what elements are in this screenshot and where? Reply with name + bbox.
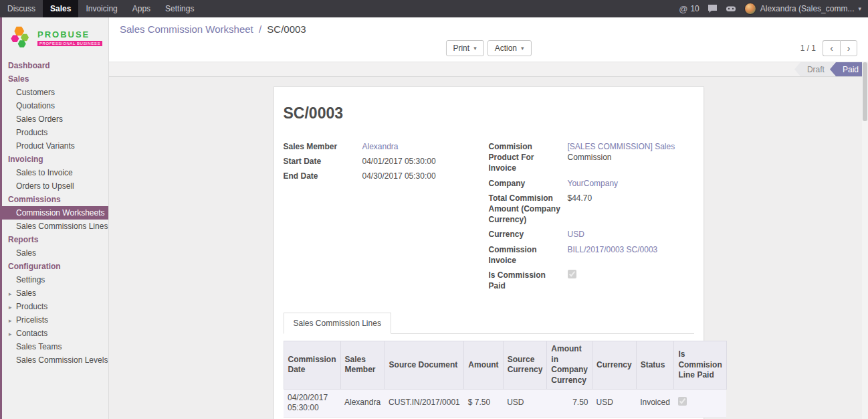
breadcrumb-current: SC/0003: [267, 23, 306, 35]
company-link[interactable]: YourCompany: [568, 179, 619, 188]
field-commission-invoice: Commission Invoice BILL/2017/0003 SC/000…: [489, 244, 689, 266]
start-date-value: 04/01/2017 05:30:00: [362, 156, 483, 167]
col-amount-company-currency[interactable]: Amount in Company Currency: [547, 341, 592, 389]
sidebar-item-customers[interactable]: Customers: [2, 86, 108, 99]
sidebar-heading-reports[interactable]: Reports: [2, 233, 108, 246]
sidebar-item-products[interactable]: Products: [2, 126, 108, 139]
breadcrumb-separator: /: [259, 23, 261, 35]
sidebar-item-sales-commissions-lines[interactable]: Sales Commissions Lines: [2, 220, 108, 233]
sidebar-item-sales-orders[interactable]: Sales Orders: [2, 112, 108, 126]
field-label: End Date: [284, 171, 362, 181]
vertical-scrollbar[interactable]: [862, 62, 868, 419]
action-button[interactable]: Action ▾: [487, 40, 532, 56]
col-status[interactable]: Status: [636, 341, 674, 389]
caret-down-icon: ▾: [858, 5, 861, 12]
sidebar-item-product-variants[interactable]: Product Variants: [2, 139, 108, 153]
nav-invoicing[interactable]: Invoicing: [78, 0, 124, 17]
commission-line-row[interactable]: 04/20/2017 05:30:00 Alexandra CUST.IN/20…: [284, 389, 726, 417]
statusbar-state-draft[interactable]: Draft: [794, 62, 834, 76]
sidebar-item-contacts[interactable]: ▸Contacts: [2, 327, 108, 340]
scrollbar-thumb[interactable]: [863, 62, 867, 121]
print-button-label: Print: [453, 44, 469, 53]
record-title: SC/0003: [284, 104, 694, 122]
sidebar-heading-configuration[interactable]: Configuration: [2, 260, 108, 273]
sidebar-item-sales-commission-levels[interactable]: Sales Commission Levels: [2, 353, 108, 367]
col-amount[interactable]: Amount: [464, 341, 503, 389]
table-header-row: Commission Date Sales Member Source Docu…: [284, 341, 726, 389]
sidebar-item-config-products[interactable]: ▸Products: [2, 300, 108, 313]
col-commission-date[interactable]: Commission Date: [284, 341, 340, 389]
sales-member-link[interactable]: Alexandra: [362, 142, 399, 151]
cell-amount-company: 7.50: [547, 389, 592, 417]
line-paid-checkbox[interactable]: [678, 397, 687, 406]
probuse-logo-icon: [8, 24, 33, 51]
cell-commission-date: 04/20/2017 05:30:00: [284, 389, 340, 417]
user-menu[interactable]: Alexandra (Sales_comm... ▾: [744, 3, 861, 15]
nav-sales[interactable]: Sales: [43, 0, 78, 17]
field-total-commission-amount: Total Commision Amount (Company Currency…: [489, 193, 689, 226]
mention-count: 10: [690, 4, 699, 13]
caret-down-icon: ▾: [473, 45, 477, 52]
col-source-currency[interactable]: Source Currency: [503, 341, 547, 389]
user-avatar: [744, 3, 756, 15]
sidebar-item-quotations[interactable]: Quotations: [2, 99, 108, 112]
sidebar-heading-dashboard[interactable]: Dashboard: [2, 59, 108, 72]
expand-arrow-icon: ▸: [9, 290, 14, 297]
control-panel: Sales Commission Worksheet / SC/0003 Pri…: [109, 17, 868, 62]
col-is-commission-line-paid[interactable]: Is Commision Line Paid: [674, 341, 726, 389]
commission-product-link[interactable]: [SALES COMMISSION] Sales: [568, 142, 675, 151]
breadcrumb-parent-link[interactable]: Sales Commission Worksheet: [120, 23, 253, 35]
caret-down-icon: ▾: [521, 45, 524, 52]
topbar-right-cluster: @ 10 Alexandra (Sales_comm... ▾: [679, 0, 868, 17]
fields-right-column: Commision Product For Invoice [SALES COM…: [489, 141, 694, 295]
currency-link[interactable]: USD: [568, 230, 584, 239]
sidebar-item-sales-to-invoice[interactable]: Sales to Invoice: [2, 166, 108, 179]
sidebar-heading-invoicing[interactable]: Invoicing: [2, 153, 108, 166]
nav-apps[interactable]: Apps: [125, 0, 158, 17]
expand-arrow-icon: ▸: [9, 304, 14, 311]
cell-source-document: CUST.IN/2017/0001: [385, 389, 464, 417]
messages-icon[interactable]: [708, 4, 718, 13]
field-sales-member: Sales Member Alexandra: [284, 141, 483, 152]
sidebar-item-orders-to-upsell[interactable]: Orders to Upsell: [2, 179, 108, 193]
nav-discuss[interactable]: Discuss: [0, 0, 43, 17]
sidebar-item-commission-worksheets[interactable]: Commission Worksheets: [2, 206, 108, 220]
planner-icon[interactable]: [726, 5, 736, 13]
at-icon: @: [679, 4, 687, 14]
breadcrumb: Sales Commission Worksheet / SC/0003: [120, 23, 857, 35]
commission-invoice-link[interactable]: BILL/2017/0003 SC/0003: [568, 245, 658, 254]
pager-previous-button[interactable]: ‹: [823, 40, 840, 56]
sidebar: PROBUSE PROFESSIONAL BUSINESS Dashboard …: [0, 17, 109, 419]
field-end-date: End Date 04/30/2017 05:30:00: [284, 171, 483, 181]
form-sheet: SC/0003 Sales Member Alexandra Start Dat…: [274, 86, 704, 419]
mentions-counter[interactable]: @ 10: [679, 4, 699, 14]
sidebar-heading-commissions[interactable]: Commissions: [2, 193, 108, 206]
sidebar-item-sales-teams[interactable]: Sales Teams: [2, 340, 108, 353]
sidebar-item-config-sales[interactable]: ▸Sales: [2, 286, 108, 300]
print-button[interactable]: Print ▾: [445, 40, 483, 56]
total-commission-amount-value: $44.70: [568, 193, 689, 203]
field-label: Sales Member: [284, 141, 362, 152]
is-commission-paid-checkbox[interactable]: [568, 270, 576, 278]
sidebar-item-pricelists[interactable]: ▸Pricelists: [2, 313, 108, 327]
sidebar-heading-sales[interactable]: Sales: [2, 72, 108, 86]
field-company: Company YourCompany: [489, 178, 689, 189]
col-source-document[interactable]: Source Document: [385, 341, 464, 389]
col-sales-member[interactable]: Sales Member: [340, 341, 385, 389]
form-view: SC/0003 Sales Member Alexandra Start Dat…: [109, 77, 868, 419]
field-start-date: Start Date 04/01/2017 05:30:00: [284, 156, 483, 167]
tab-sales-commission-lines[interactable]: Sales Commission Lines: [284, 313, 391, 334]
col-currency[interactable]: Currency: [592, 341, 636, 389]
cell-amount: $ 7.50: [464, 389, 503, 417]
pager-next-button[interactable]: ›: [840, 40, 857, 56]
user-name: Alexandra (Sales_comm...: [760, 4, 855, 13]
nav-settings[interactable]: Settings: [158, 0, 201, 17]
action-button-label: Action: [495, 44, 517, 53]
cell-currency: USD: [592, 389, 636, 417]
sidebar-item-settings[interactable]: Settings: [2, 273, 108, 286]
sidebar-item-label: Products: [16, 302, 47, 311]
field-label: Commision Product For Invoice: [489, 141, 568, 174]
field-label: Start Date: [284, 156, 362, 167]
sidebar-item-reports-sales[interactable]: Sales: [2, 246, 108, 260]
expand-arrow-icon: ▸: [9, 317, 14, 324]
